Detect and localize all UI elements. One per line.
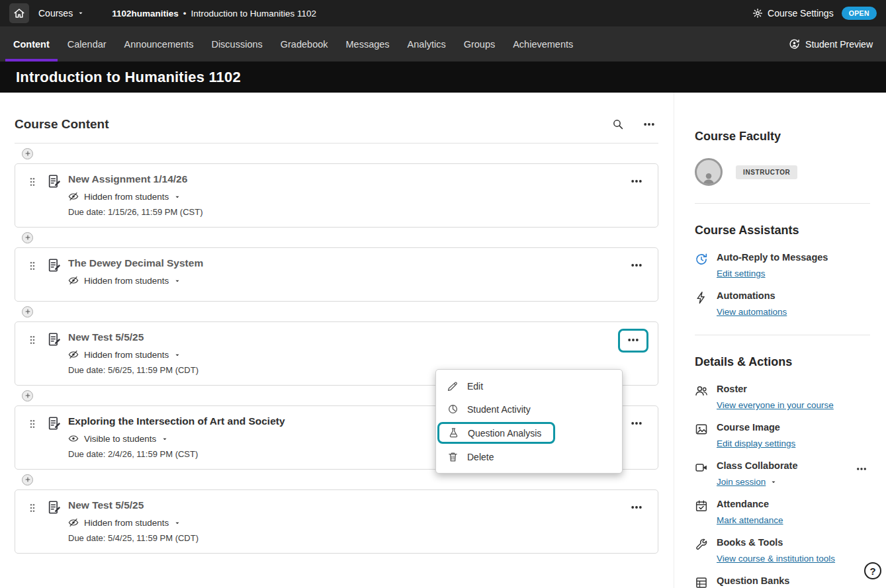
tab-discussions[interactable]: Discussions bbox=[211, 26, 262, 62]
tab-gradebook[interactable]: Gradebook bbox=[281, 26, 328, 62]
drag-handle-icon[interactable] bbox=[24, 415, 42, 429]
add-content-button[interactable] bbox=[22, 306, 33, 317]
plus-icon bbox=[24, 150, 31, 157]
item-title-link[interactable]: New Test 5/5/25 bbox=[68, 331, 618, 343]
course-faculty-section: Course Faculty INSTRUCTOR bbox=[695, 130, 870, 203]
course-open-badge[interactable]: OPEN bbox=[842, 7, 877, 20]
eye-slash-icon bbox=[68, 517, 79, 528]
visibility-dropdown[interactable]: Visible to students bbox=[68, 433, 168, 444]
instructor-avatar[interactable] bbox=[695, 158, 723, 186]
drag-handle-icon[interactable] bbox=[24, 257, 42, 271]
view-course-tools-link[interactable]: View course & institution tools bbox=[717, 554, 835, 564]
caret-down-icon bbox=[161, 436, 168, 442]
item-menu-button-active[interactable] bbox=[624, 332, 642, 348]
caret-down-icon bbox=[174, 520, 181, 526]
item-menu-button[interactable] bbox=[627, 415, 646, 431]
menu-item-label: Question Analysis bbox=[468, 428, 541, 439]
student-preview-label: Student Preview bbox=[805, 39, 873, 50]
question-banks-icon bbox=[695, 575, 708, 588]
visibility-dropdown[interactable]: Hidden from students bbox=[68, 349, 181, 360]
auto-reply-icon bbox=[695, 252, 708, 279]
image-icon bbox=[695, 422, 708, 449]
instructor-role-badge: INSTRUCTOR bbox=[736, 165, 797, 179]
due-date: Due date: 1/15/26, 11:59 PM (CST) bbox=[68, 207, 627, 217]
menu-item-question-analysis[interactable]: Question Analysis bbox=[437, 422, 555, 444]
item-menu-button[interactable] bbox=[627, 257, 646, 273]
tab-messages[interactable]: Messages bbox=[346, 26, 390, 62]
item-menu-button[interactable] bbox=[627, 499, 646, 515]
view-everyone-link[interactable]: View everyone in your course bbox=[717, 400, 834, 410]
top-bar-right: Course Settings OPEN bbox=[752, 7, 877, 20]
item-title-link[interactable]: The Dewey Decimal System bbox=[68, 257, 627, 269]
tab-content[interactable]: Content bbox=[13, 26, 50, 62]
edit-settings-link[interactable]: Edit settings bbox=[717, 269, 766, 278]
details-item-roster: Roster View everyone in your course bbox=[695, 384, 870, 411]
menu-item-label: Edit bbox=[467, 381, 483, 392]
test-icon bbox=[47, 332, 62, 347]
item-menu-button[interactable] bbox=[627, 173, 646, 189]
item-body: New Test 5/5/25 Hidden from students Due… bbox=[68, 499, 627, 543]
ellipsis-icon bbox=[630, 417, 643, 430]
join-session-link[interactable]: Join session bbox=[717, 477, 777, 487]
add-content-row bbox=[15, 228, 658, 247]
caret-down-icon bbox=[174, 352, 181, 358]
student-preview-button[interactable]: Student Preview bbox=[789, 26, 873, 62]
assignment-icon bbox=[47, 174, 62, 189]
visibility-dropdown[interactable]: Hidden from students bbox=[68, 517, 181, 528]
assistant-item-title: Automations bbox=[717, 290, 870, 301]
menu-item-delete[interactable]: Delete bbox=[436, 445, 622, 468]
drag-handle-icon[interactable] bbox=[24, 173, 42, 187]
item-title-link[interactable]: New Test 5/5/25 bbox=[68, 499, 627, 511]
content-item-card: The Dewey Decimal System Hidden from stu… bbox=[15, 247, 658, 302]
course-settings-label: Course Settings bbox=[768, 8, 834, 19]
add-content-button[interactable] bbox=[22, 148, 33, 159]
assistant-item-title: Auto-Reply to Messages bbox=[717, 252, 870, 263]
trash-icon bbox=[447, 451, 459, 462]
drag-handle-icon[interactable] bbox=[24, 331, 42, 345]
home-button[interactable] bbox=[9, 3, 29, 23]
edit-display-settings-link[interactable]: Edit display settings bbox=[717, 439, 795, 448]
tab-announcements[interactable]: Announcements bbox=[124, 26, 194, 62]
ellipsis-icon bbox=[642, 118, 656, 131]
collaborate-menu-button[interactable] bbox=[853, 462, 870, 476]
item-title-link[interactable]: New Assignment 1/14/26 bbox=[68, 173, 627, 185]
tab-achievements[interactable]: Achievements bbox=[513, 26, 573, 62]
content-item-card: New Test 5/5/25 Hidden from students Due… bbox=[15, 489, 658, 554]
breadcrumb-course-name: Introduction to Humanities 1102 bbox=[191, 9, 316, 19]
calendar-check-icon bbox=[695, 499, 708, 526]
tab-groups[interactable]: Groups bbox=[464, 26, 496, 62]
caret-down-icon bbox=[77, 10, 84, 17]
mark-attendance-link[interactable]: Mark attendance bbox=[717, 515, 783, 525]
ellipsis-icon bbox=[627, 333, 640, 347]
help-button[interactable]: ? bbox=[864, 562, 881, 579]
tab-analytics[interactable]: Analytics bbox=[408, 26, 446, 62]
details-item-title: Course Image bbox=[717, 422, 870, 433]
menu-item-edit[interactable]: Edit bbox=[436, 374, 622, 398]
visibility-label: Hidden from students bbox=[84, 518, 169, 528]
visibility-dropdown[interactable]: Hidden from students bbox=[68, 275, 181, 286]
add-content-button[interactable] bbox=[22, 474, 33, 485]
course-settings-button[interactable]: Course Settings bbox=[752, 8, 834, 19]
activity-clock-icon bbox=[447, 403, 459, 415]
menu-item-student-activity[interactable]: Student Activity bbox=[436, 398, 622, 421]
course-content-column: Course Content New Assignment 1/14/26 Hi… bbox=[0, 93, 674, 588]
caret-down-icon bbox=[770, 479, 777, 485]
search-button[interactable] bbox=[612, 118, 624, 130]
tab-calendar[interactable]: Calendar bbox=[67, 26, 107, 62]
courses-dropdown[interactable]: Courses bbox=[38, 8, 84, 19]
main-area: Course Content New Assignment 1/14/26 Hi… bbox=[0, 93, 886, 588]
page-title: Introduction to Humanities 1102 bbox=[16, 69, 241, 86]
visibility-label: Hidden from students bbox=[84, 276, 169, 286]
add-content-button[interactable] bbox=[22, 390, 33, 401]
details-item-course-image: Course Image Edit display settings bbox=[695, 422, 870, 449]
course-assistants-section: Course Assistants Auto-Reply to Messages… bbox=[695, 203, 870, 335]
content-menu-button[interactable] bbox=[640, 116, 658, 132]
add-content-row bbox=[15, 144, 658, 163]
drag-handle-icon[interactable] bbox=[24, 499, 42, 513]
add-content-button[interactable] bbox=[22, 232, 33, 243]
document-icon bbox=[47, 416, 62, 431]
details-item-question-banks: Question Banks Manage banks bbox=[695, 575, 870, 588]
visibility-dropdown[interactable]: Hidden from students bbox=[68, 191, 181, 202]
view-automations-link[interactable]: View automations bbox=[717, 307, 787, 317]
lightning-bolt-icon bbox=[695, 290, 708, 317]
